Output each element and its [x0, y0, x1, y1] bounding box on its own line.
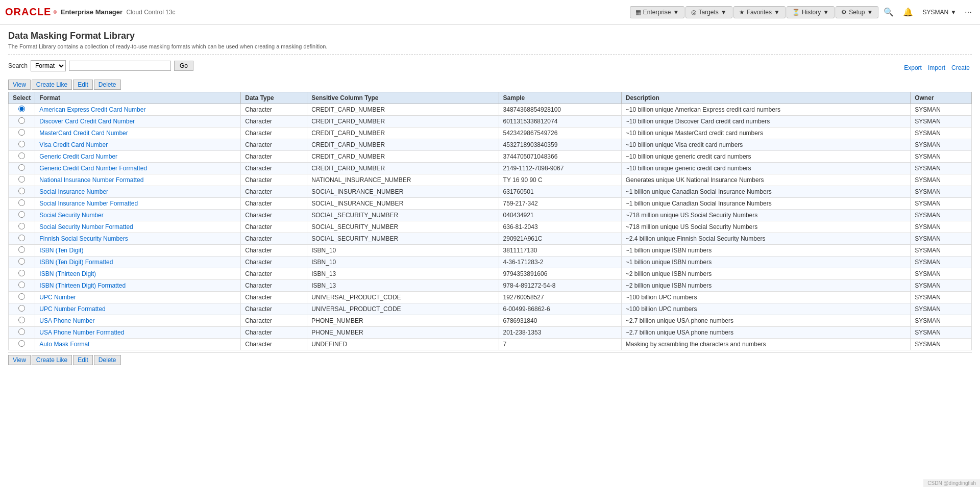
cell-description: ~10 billion unique MasterCard credit car…: [621, 127, 910, 139]
row-radio-3[interactable]: [18, 141, 25, 147]
row-radio-7[interactable]: [18, 188, 25, 194]
cell-sample: 6011315336812074: [499, 116, 621, 127]
create-like-button-bottom[interactable]: Create Like: [32, 355, 72, 365]
setup-button[interactable]: ⚙ Setup ▼: [836, 6, 878, 18]
more-options-button[interactable]: ⋯: [962, 6, 975, 18]
format-link[interactable]: MasterCard Credit Card Number: [39, 130, 128, 137]
enterprise-button[interactable]: ▦ Enterprise ▼: [630, 6, 685, 18]
cell-sample: 631760501: [499, 186, 621, 198]
view-button[interactable]: View: [8, 80, 31, 90]
table-row: Social Security NumberCharacterSOCIAL_SE…: [9, 210, 972, 221]
row-radio-15[interactable]: [18, 281, 25, 288]
row-radio-2[interactable]: [18, 129, 25, 136]
row-radio-16[interactable]: [18, 293, 25, 300]
search-icon-button[interactable]: 🔍: [879, 5, 898, 19]
format-link[interactable]: Discover Card Credit Card Number: [39, 118, 135, 125]
table-row: ISBN (Ten Digit) FormattedCharacterISBN_…: [9, 257, 972, 268]
format-link[interactable]: USA Phone Number Formatted: [39, 329, 124, 336]
cell-sample: 978-4-891272-54-8: [499, 280, 621, 292]
format-link[interactable]: Visa Credit Card Number: [39, 141, 108, 148]
format-link[interactable]: UPC Number Formatted: [39, 305, 105, 313]
cell-sensitive-type: NATIONAL_INSURANCE_NUMBER: [307, 174, 499, 186]
cell-owner: SYSMAN: [911, 151, 972, 163]
export-link[interactable]: Export: [902, 63, 924, 72]
favorites-button[interactable]: ★ Favorites ▼: [733, 6, 786, 18]
user-menu[interactable]: SYSMAN ▼: [918, 7, 961, 18]
format-link[interactable]: ISBN (Thirteen Digit) Formatted: [39, 282, 126, 289]
cell-sensitive-type: ISBN_13: [307, 268, 499, 280]
format-link[interactable]: ISBN (Ten Digit): [39, 247, 83, 254]
cell-sensitive-type: PHONE_NUMBER: [307, 315, 499, 327]
format-link[interactable]: National Insurance Number Formatted: [39, 176, 143, 184]
row-radio-6[interactable]: [18, 176, 25, 183]
cell-owner: SYSMAN: [911, 339, 972, 350]
page-description: The Format Library contains a collection…: [8, 43, 972, 49]
create-link[interactable]: Create: [949, 63, 972, 72]
table-row: UPC Number FormattedCharacterUNIVERSAL_P…: [9, 303, 972, 315]
table-row: Visa Credit Card NumberCharacterCREDIT_C…: [9, 139, 972, 151]
edit-button-bottom[interactable]: Edit: [73, 355, 93, 365]
format-link[interactable]: USA Phone Number: [39, 317, 94, 324]
cell-data-type: Character: [241, 221, 307, 233]
format-link[interactable]: ISBN (Ten Digit) Formatted: [39, 259, 113, 266]
table-row: Generic Credit Card NumberCharacterCREDI…: [9, 151, 972, 163]
row-radio-12[interactable]: [18, 246, 25, 253]
format-link[interactable]: UPC Number: [39, 294, 76, 301]
cell-description: ~718 million unique US Social Security N…: [621, 210, 910, 221]
format-link[interactable]: Social Insurance Number Formatted: [39, 200, 138, 207]
cell-owner: SYSMAN: [911, 245, 972, 257]
row-radio-18[interactable]: [18, 317, 25, 323]
row-radio-13[interactable]: [18, 258, 25, 265]
row-radio-1[interactable]: [18, 117, 25, 124]
search-select[interactable]: Format Owner: [31, 60, 66, 71]
row-radio-14[interactable]: [18, 270, 25, 276]
table-row: American Express Credit Card NumberChara…: [9, 104, 972, 116]
row-radio-17[interactable]: [18, 305, 25, 312]
row-radio-5[interactable]: [18, 164, 25, 171]
create-like-button[interactable]: Create Like: [32, 80, 72, 90]
row-radio-9[interactable]: [18, 211, 25, 218]
format-link[interactable]: Social Security Number Formatted: [39, 223, 133, 230]
nav-buttons: ▦ Enterprise ▼ ◎ Targets ▼ ★ Favorites ▼…: [630, 5, 975, 19]
history-button[interactable]: ⏳ History ▼: [787, 6, 835, 18]
view-button-bottom[interactable]: View: [8, 355, 31, 365]
format-link[interactable]: Auto Mask Format: [39, 341, 89, 348]
cell-sample: 7: [499, 339, 621, 350]
format-link[interactable]: American Express Credit Card Number: [39, 106, 145, 113]
format-link[interactable]: Social Insurance Number: [39, 188, 108, 195]
row-radio-8[interactable]: [18, 199, 25, 206]
cell-data-type: Character: [241, 163, 307, 174]
row-radio-20[interactable]: [18, 340, 25, 347]
format-link[interactable]: Social Security Number: [39, 212, 103, 219]
cell-owner: SYSMAN: [911, 127, 972, 139]
row-radio-19[interactable]: [18, 328, 25, 335]
search-input[interactable]: [69, 61, 171, 71]
targets-button[interactable]: ◎ Targets ▼: [685, 6, 732, 18]
edit-button[interactable]: Edit: [73, 80, 93, 90]
format-link[interactable]: Generic Credit Card Number: [39, 153, 117, 160]
cell-sensitive-type: CREDIT_CARD_NUMBER: [307, 104, 499, 116]
format-link[interactable]: Generic Credit Card Number Formatted: [39, 165, 147, 172]
row-radio-10[interactable]: [18, 223, 25, 229]
cell-owner: SYSMAN: [911, 327, 972, 339]
cell-sample: 3744705071048366: [499, 151, 621, 163]
table-row: National Insurance Number FormattedChara…: [9, 174, 972, 186]
format-link[interactable]: Finnish Social Security Numbers: [39, 235, 128, 242]
notifications-button[interactable]: 🔔: [899, 5, 917, 19]
cell-sample: 4-36-171283-2: [499, 257, 621, 268]
footer-text: CSDN @dingdingfish: [927, 480, 976, 486]
row-radio-11[interactable]: [18, 235, 25, 241]
column-owner: Owner: [911, 92, 972, 104]
table-row: ISBN (Thirteen Digit)CharacterISBN_13979…: [9, 268, 972, 280]
table-row: USA Phone Number FormattedCharacterPHONE…: [9, 327, 972, 339]
row-radio-0[interactable]: [18, 106, 25, 112]
format-link[interactable]: ISBN (Thirteen Digit): [39, 270, 96, 277]
delete-button[interactable]: Delete: [94, 80, 121, 90]
column-select: Select: [9, 92, 35, 104]
row-radio-4[interactable]: [18, 152, 25, 159]
cell-owner: SYSMAN: [911, 116, 972, 127]
import-link[interactable]: Import: [926, 63, 947, 72]
registered-icon: ®: [53, 10, 57, 15]
go-button[interactable]: Go: [174, 61, 193, 71]
delete-button-bottom[interactable]: Delete: [94, 355, 121, 365]
